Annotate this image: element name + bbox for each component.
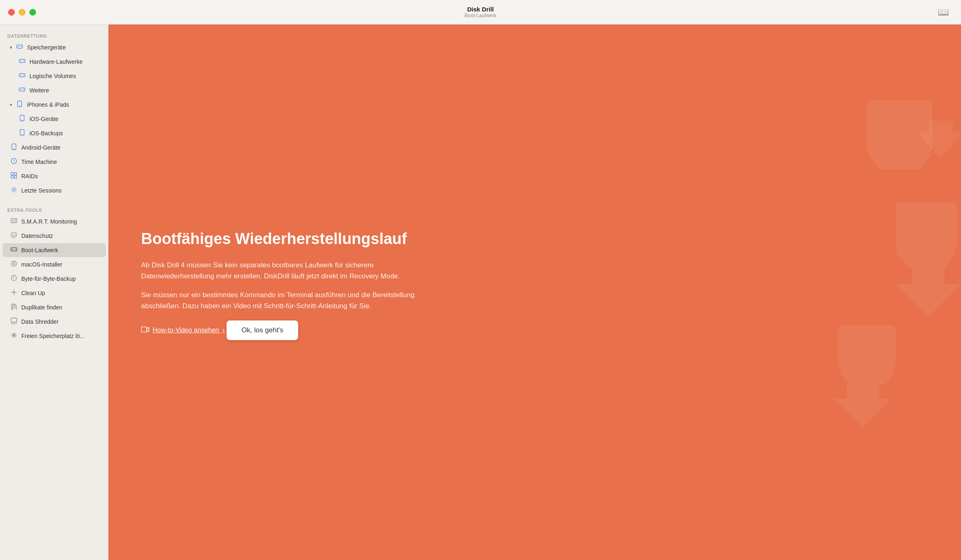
android-phone-icon [10, 143, 18, 152]
phone-icon [16, 101, 24, 109]
section-datenrettung: Datenrettung [0, 30, 108, 40]
boot-drive-icon [10, 246, 18, 254]
paragraph-1: Ab Disk Drill 4 müssen Sie kein separate… [141, 260, 427, 282]
shredder-icon [10, 318, 18, 326]
drive-icon [18, 72, 26, 80]
byte-backup-icon [10, 275, 18, 283]
svg-line-45 [11, 323, 12, 324]
sidebar-item-label: Weitere [29, 87, 49, 94]
sidebar-item-label: iOS-Backups [29, 130, 63, 137]
cta-button[interactable]: Ok, los geht's [227, 320, 298, 340]
video-cam-icon [141, 327, 149, 334]
smart-icon [10, 217, 18, 226]
sidebar-item-time-machine[interactable]: Time Machine [2, 155, 106, 169]
sidebar-item-macos-installer[interactable]: macOS-Installer [2, 258, 106, 271]
svg-line-49 [16, 323, 17, 324]
svg-rect-63 [141, 327, 147, 332]
shield-icon [10, 232, 18, 240]
sidebar-item-clean-up[interactable]: Clean Up [2, 286, 106, 300]
sidebar-item-label: Datenschutz [21, 233, 53, 239]
chevron-down-icon: ▾ [10, 102, 12, 108]
video-link-text: How-to-Video ansehen › [153, 326, 225, 334]
titlebar-subtitle: Boot-Laufwerk [465, 13, 496, 18]
sidebar-item-label: Letzte Sessions [21, 187, 62, 194]
plus-icon [10, 289, 18, 297]
sidebar-item-label: Boot-Laufwerk [21, 247, 58, 253]
minimize-button[interactable] [19, 9, 25, 16]
svg-marker-57 [896, 251, 957, 268]
sidebar-item-label: macOS-Installer [21, 261, 62, 268]
sidebar-item-ios-geraete[interactable]: iOS-Geräte [2, 112, 106, 126]
svg-rect-18 [12, 144, 16, 150]
sidebar-item-speichergeraete[interactable]: ▾ Speichergeräte [2, 40, 106, 54]
svg-point-25 [13, 189, 15, 191]
sidebar-item-label: Time Machine [21, 159, 57, 165]
sidebar-item-ios-backups[interactable]: iOS-Backups [2, 126, 106, 140]
sidebar-item-hardware-laufwerke[interactable]: Hardware-Laufwerke [2, 55, 106, 69]
gear-icon [10, 186, 18, 195]
sidebar-item-label: iOS-Geräte [29, 116, 58, 122]
traffic-lights [8, 9, 36, 16]
doc-icon [10, 303, 18, 311]
sparkle-icon [10, 332, 18, 340]
section-extra-tools: Extra-Tools [0, 204, 108, 214]
sidebar-item-weitere[interactable]: Weitere [2, 83, 106, 97]
sidebar-item-label: RAIDs [21, 173, 38, 179]
drive-icon [18, 58, 26, 66]
svg-rect-44 [11, 318, 17, 322]
sidebar-item-label: Data Shredder [21, 318, 58, 325]
sidebar-item-data-shredder[interactable]: Data Shredder [2, 315, 106, 329]
drive-icon [18, 86, 26, 94]
sidebar-item-letzte-sessions[interactable]: Letzte Sessions [2, 184, 106, 197]
sidebar: Datenrettung ▾ Speichergeräte Hardware-L… [0, 25, 108, 560]
sidebar-item-byte-backup[interactable]: Byte-für-Byte-Backup [2, 272, 106, 286]
phone-icon [18, 115, 26, 123]
main-layout: Datenrettung ▾ Speichergeräte Hardware-L… [0, 25, 961, 560]
svg-marker-60 [838, 370, 896, 384]
svg-point-32 [15, 249, 16, 250]
content-inner: Bootfähiges Wiederherstellungslauf Ab Di… [141, 230, 427, 355]
sidebar-item-freien-speicher[interactable]: Freien Speicherplatz lö... [2, 329, 106, 343]
svg-rect-24 [14, 176, 17, 178]
sidebar-item-duplikate-finden[interactable]: Duplikate finden [2, 300, 106, 314]
chevron-down-icon: ▾ [10, 45, 12, 50]
sidebar-item-label: Speichergeräte [27, 44, 66, 51]
svg-rect-54 [867, 100, 932, 153]
svg-point-4 [23, 60, 24, 61]
svg-point-7 [23, 75, 24, 76]
close-button[interactable] [8, 9, 15, 16]
sidebar-item-logische-volumes[interactable]: Logische Volumes [2, 69, 106, 83]
sidebar-item-label: Clean Up [21, 290, 45, 296]
sidebar-item-datenschutz[interactable]: Datenschutz [2, 229, 106, 243]
sidebar-item-label: Logische Volumes [29, 73, 76, 79]
svg-marker-61 [834, 384, 891, 427]
sidebar-item-label: Freien Speicherplatz lö... [21, 333, 85, 339]
titlebar: Disk Drill Boot-Laufwerk 📖 [0, 0, 961, 25]
sidebar-item-smart-monitoring[interactable]: S.M.A.R.T. Monitoring [2, 215, 106, 228]
background-decoration [642, 25, 961, 560]
sidebar-item-iphones-ipads[interactable]: ▾ iPhones & iPads [2, 98, 106, 112]
app-name: Disk Drill [465, 6, 496, 13]
maximize-button[interactable] [29, 9, 36, 16]
page-title: Bootfähiges Wiederherstellungslauf [141, 230, 427, 249]
svg-point-13 [19, 105, 20, 106]
sidebar-item-android-geraete[interactable]: Android-Geräte [2, 141, 106, 155]
svg-point-1 [21, 46, 22, 47]
content-description: Ab Disk Drill 4 müssen Sie kein separate… [141, 260, 427, 311]
grid-icon [10, 172, 18, 180]
sidebar-item-boot-laufwerk[interactable]: Boot-Laufwerk [2, 243, 106, 257]
svg-point-15 [22, 120, 22, 121]
svg-rect-41 [13, 305, 16, 310]
sidebar-item-label: Duplikate finden [21, 304, 62, 311]
svg-rect-23 [11, 176, 13, 178]
main-content: Bootfähiges Wiederherstellungslauf Ab Di… [108, 25, 961, 560]
video-link[interactable]: How-to-Video ansehen › [141, 326, 225, 334]
svg-marker-55 [867, 153, 932, 170]
titlebar-text: Disk Drill Boot-Laufwerk [465, 6, 496, 18]
svg-rect-26 [11, 219, 17, 223]
sidebar-item-label: iPhones & iPads [27, 101, 69, 108]
book-icon[interactable]: 📖 [938, 7, 949, 18]
sidebar-item-raids[interactable]: RAIDs [2, 169, 106, 183]
circle-x-icon [10, 260, 18, 269]
svg-rect-21 [11, 172, 13, 175]
